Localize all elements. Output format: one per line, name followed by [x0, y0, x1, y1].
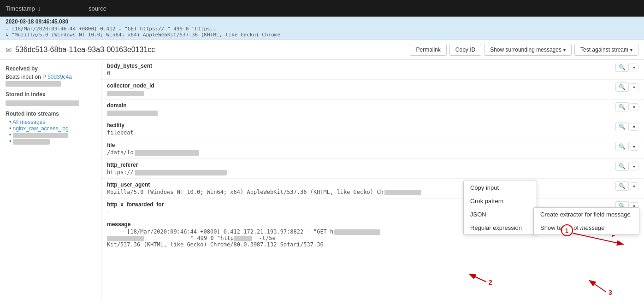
field-content-file: file /data/lo — [107, 142, 612, 156]
field-search-btn-file[interactable]: 🔍 — [615, 142, 629, 151]
caret-down-icon: ▾ — [633, 164, 635, 169]
timestamp-column-header: Timestamp ↕ — [6, 5, 89, 12]
nginx-log-link[interactable]: nginx_raw_access_log — [13, 125, 69, 132]
stream-blurred-1 — [9, 132, 95, 138]
search-icon: 🔍 — [619, 123, 626, 130]
field-search-btn-facility[interactable]: 🔍 — [615, 122, 629, 131]
field-value-facility: filebeat — [107, 129, 612, 136]
source-column-header: source — [89, 5, 106, 12]
caret-down-icon: ▾ — [633, 184, 635, 189]
log-timestamp: 2020-03-18 09:46:45.030 — [6, 18, 638, 25]
field-caret-btn-domain[interactable]: ▾ — [630, 103, 638, 111]
message-dropdown-left: Copy input Grok pattern JSON Regular exp… — [463, 181, 537, 235]
field-actions-domain: 🔍 ▾ — [615, 102, 638, 111]
streams-list: All messages nginx_raw_access_log — [6, 119, 95, 145]
show-terms-item[interactable]: Show terms of message — [534, 221, 639, 234]
caret-down-icon: ▾ — [633, 65, 635, 70]
field-actions-facility: 🔍 ▾ — [615, 122, 638, 131]
field-search-btn-collector-node-id[interactable]: 🔍 — [615, 82, 629, 92]
all-messages-link[interactable]: All messages — [12, 119, 45, 125]
test-stream-caret-icon: ▾ — [630, 47, 632, 53]
stored-in-index-value — [6, 99, 95, 106]
caret-down-icon: ▾ — [633, 85, 635, 90]
field-search-btn-http-referer[interactable]: 🔍 — [615, 162, 629, 171]
sort-icon: ↕ — [38, 5, 41, 12]
create-extractor-item[interactable]: Create extractor for field message — [534, 208, 639, 221]
field-row-message: message – [18/Mar/2020:09:46:44 +0800] 0… — [101, 218, 644, 302]
field-name-body-bytes-sent: body_bytes_sent — [107, 63, 612, 69]
field-actions-http-referer: 🔍 ▾ — [615, 162, 638, 171]
action-buttons: Permalink Copy ID Show surrounding messa… — [410, 44, 638, 56]
log-line-1: - [18/Mar/2020:09:46:44 +0800] 0.412 - "… — [6, 26, 638, 32]
search-icon: 🔍 — [619, 64, 626, 70]
field-content-facility: facility filebeat — [107, 122, 612, 136]
field-name-file: file — [107, 142, 612, 148]
search-icon: 🔍 — [619, 143, 626, 150]
message-id-bar: ✉ 536dc513-68ba-11ea-93a3-00163e0131cc P… — [0, 40, 644, 60]
stream-all-messages: All messages — [9, 119, 95, 125]
timestamp-label: Timestamp — [6, 5, 35, 12]
message-dropdown-right: Create extractor for field message Show … — [533, 207, 639, 235]
search-icon: 🔍 — [619, 84, 626, 90]
field-value-body-bytes-sent: 0 — [107, 70, 612, 76]
stream-blurred-2 — [9, 138, 95, 145]
fields-area: body_bytes_sent 0 🔍 ▾ collector_node_id — [101, 60, 644, 302]
caret-down-icon: ▾ — [633, 105, 635, 110]
field-caret-btn-http-referer[interactable]: ▾ — [630, 163, 638, 170]
message-id: ✉ 536dc513-68ba-11ea-93a3-00163e0131cc — [6, 46, 155, 54]
received-by-text: Beats input on — [6, 74, 41, 80]
field-actions-file: 🔍 ▾ — [615, 142, 638, 151]
main-content: Received by Beats input on P 50d39c4a St… — [0, 60, 644, 302]
search-icon: 🔍 — [619, 183, 626, 189]
field-row-collector-node-id: collector_node_id 🔍 ▾ — [101, 80, 644, 99]
routed-into-streams-label: Routed into streams — [6, 111, 95, 117]
message-id-value: 536dc513-68ba-11ea-93a3-00163e0131cc — [15, 46, 155, 54]
permalink-button[interactable]: Permalink — [410, 44, 446, 56]
log-line-2: ↳ "Mozilla/5.0 (Windows NT 10.0; Win64; … — [6, 32, 638, 38]
field-search-btn-body-bytes-sent[interactable]: 🔍 — [615, 63, 629, 72]
left-sidebar: Received by Beats input on P 50d39c4a St… — [0, 60, 101, 302]
field-caret-btn-http-user-agent[interactable]: ▾ — [630, 182, 638, 190]
field-actions-message: 🔍 ▾ Copy input Grok pattern JSON Regular… — [615, 221, 638, 230]
field-name-http-referer: http_referer — [107, 162, 612, 168]
field-row-http-user-agent: http_user_agent Mozilla/5.0 (Windows NT … — [101, 179, 644, 199]
field-content-collector-node-id: collector_node_id — [107, 82, 612, 96]
field-row-body-bytes-sent: body_bytes_sent 0 🔍 ▾ — [101, 60, 644, 80]
regex-item[interactable]: Regular expression — [464, 221, 537, 234]
field-caret-btn-body-bytes-sent[interactable]: ▾ — [630, 64, 638, 71]
field-search-btn-domain[interactable]: 🔍 — [615, 102, 629, 111]
field-caret-btn-collector-node-id[interactable]: ▾ — [630, 83, 638, 91]
search-icon: 🔍 — [619, 104, 626, 110]
log-entry-row: 2020-03-18 09:46:45.030 - [18/Mar/2020:0… — [0, 17, 644, 40]
field-row-facility: facility filebeat 🔍 ▾ — [101, 119, 644, 139]
surrounding-caret-icon: ▾ — [563, 47, 566, 53]
copy-input-item[interactable]: Copy input — [464, 181, 537, 194]
received-by-value: Beats input on P 50d39c4a — [6, 74, 95, 87]
field-row-file: file /data/lo 🔍 ▾ — [101, 139, 644, 159]
field-content-body-bytes-sent: body_bytes_sent 0 — [107, 63, 612, 76]
field-row-http-referer: http_referer https:// 🔍 ▾ — [101, 159, 644, 179]
grok-pattern-item[interactable]: Grok pattern — [464, 194, 537, 208]
caret-down-icon: ▾ — [633, 124, 635, 129]
field-value-domain — [107, 110, 612, 116]
search-icon: 🔍 — [619, 163, 626, 170]
field-caret-btn-file[interactable]: ▾ — [630, 143, 638, 151]
pipeline-link[interactable]: P 50d39c4a — [42, 74, 72, 80]
field-caret-btn-facility[interactable]: ▾ — [630, 123, 638, 131]
json-item[interactable]: JSON — [464, 208, 537, 221]
pipeline-blurred — [6, 81, 61, 87]
field-actions-collector-node-id: 🔍 ▾ — [615, 82, 638, 92]
stream-nginx: nginx_raw_access_log — [9, 125, 95, 132]
test-against-stream-button[interactable]: Test against stream ▾ — [574, 44, 638, 56]
copy-id-button[interactable]: Copy ID — [449, 44, 481, 56]
field-value-file: /data/lo — [107, 149, 612, 156]
field-value-collector-node-id — [107, 90, 612, 96]
field-content-http-referer: http_referer https:// — [107, 162, 612, 175]
caret-down-icon: ▾ — [633, 144, 635, 149]
received-by-label: Received by — [6, 65, 95, 72]
surrounding-messages-button[interactable]: Show surrounding messages ▾ — [484, 44, 572, 56]
field-content-domain: domain — [107, 102, 612, 116]
field-search-btn-http-user-agent[interactable]: 🔍 — [615, 181, 629, 191]
top-bar: Timestamp ↕ source — [0, 0, 644, 17]
field-name-facility: facility — [107, 122, 612, 129]
